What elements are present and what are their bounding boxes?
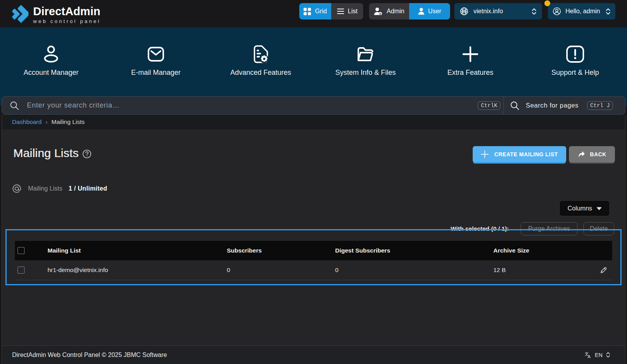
svg-text:A: A bbox=[588, 354, 591, 358]
